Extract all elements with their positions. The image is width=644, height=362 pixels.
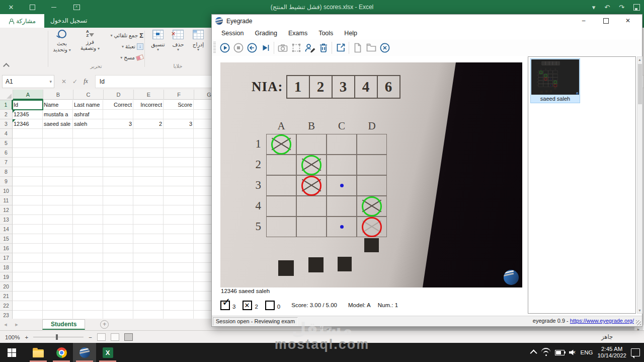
cell-B7[interactable] [43,158,73,167]
cell-D5[interactable] [103,138,133,148]
column-header-D[interactable]: D [104,90,134,100]
cell-A21[interactable] [13,292,43,301]
resize-grip[interactable] [636,320,641,325]
stop-capture-button[interactable] [231,41,245,54]
cell-E2[interactable] [133,110,164,119]
clear-button[interactable]: مسح ▾ [107,52,143,62]
row-header-17[interactable]: 17 [0,253,13,263]
cell-C17[interactable] [73,253,103,263]
cell-F2[interactable] [164,110,194,119]
cell-B21[interactable] [43,292,73,301]
cell-D4[interactable] [103,129,133,138]
row-header-14[interactable]: 14 [0,225,13,234]
tab-prev-button[interactable]: ◂ [0,321,11,328]
row-header-10[interactable]: 10 [0,186,13,196]
cell-A14[interactable] [13,225,43,234]
cell-A6[interactable] [13,148,43,158]
cell-B3[interactable]: saeed sale [43,119,73,129]
cell-B15[interactable] [43,234,73,244]
row-header-2[interactable]: 2 [0,110,13,119]
cell-F13[interactable] [164,215,194,225]
cell-E7[interactable] [133,158,164,167]
discard-exam-button[interactable] [316,41,330,54]
collapse-ribbon-button[interactable] [4,63,9,70]
next-exam-button[interactable] [259,41,272,54]
cell-B14[interactable] [43,225,73,234]
cell-B17[interactable] [43,253,73,263]
cell-D20[interactable] [103,282,133,292]
qat-customize-button[interactable]: ▾ [592,4,596,11]
cell-A20[interactable] [13,282,43,292]
name-box[interactable]: A1▾ [2,75,54,88]
cell-A19[interactable] [13,272,43,282]
cell-C18[interactable] [73,263,103,272]
cell-F14[interactable] [164,225,194,234]
cell-F5[interactable] [164,138,194,148]
share-button[interactable]: مشاركة [0,14,44,28]
enter-button[interactable]: ✓ [72,78,77,85]
column-header-E[interactable]: E [134,90,164,100]
open-session-button[interactable] [364,41,378,54]
cell-F6[interactable] [164,148,194,158]
cell-F3[interactable]: 3 [164,119,194,129]
cell-C8[interactable] [73,167,103,177]
cell-E22[interactable] [133,301,164,311]
cell-D18[interactable] [103,263,133,272]
undo-button[interactable]: ↶ [604,4,610,11]
cell-F15[interactable] [164,234,194,244]
cell-C21[interactable] [73,292,103,301]
row-header-9[interactable]: 9 [0,177,13,186]
zoom-slider[interactable] [33,337,84,337]
previous-exam-button[interactable] [245,41,259,54]
cell-C5[interactable] [73,138,103,148]
cell-F4[interactable] [164,129,194,138]
row-header-19[interactable]: 19 [0,272,13,282]
zoom-slider-thumb[interactable] [56,334,58,340]
cell-D8[interactable] [103,167,133,177]
cell-B12[interactable] [43,205,73,215]
toolbar-handle[interactable] [213,42,216,54]
cell-A9[interactable] [13,177,43,186]
export-grades-button[interactable] [334,41,347,54]
cell-E9[interactable] [133,177,164,186]
cell-E4[interactable] [133,129,164,138]
format-cells-button[interactable]: تنسيق ▾ [145,30,171,52]
column-header-A[interactable]: A [13,90,43,100]
new-sheet-button[interactable]: + [100,320,109,329]
edit-student-id-button[interactable] [303,41,316,54]
cell-E16[interactable] [133,244,164,253]
cell-A10[interactable] [13,186,43,196]
cell-A13[interactable] [13,215,43,225]
scroll-down-icon[interactable]: ▼ [637,308,642,313]
row-header-3[interactable]: 3 [0,119,13,129]
cell-F7[interactable] [164,158,194,167]
cell-B16[interactable] [43,244,73,253]
taskbar-file-explorer[interactable] [27,343,50,362]
cell-B8[interactable] [43,167,73,177]
cell-E1[interactable]: Incorrect [133,100,164,110]
cell-C14[interactable] [73,225,103,234]
cell-A4[interactable] [13,129,43,138]
cell-B1[interactable]: Name [43,100,73,110]
panel-scrollbar[interactable]: ▲ ▼ [637,56,642,314]
exam-thumbnail-item[interactable]: NIA: 12346 ABCD12345 saeed saleh [530,58,580,103]
row-header-6[interactable]: 6 [0,148,13,158]
close-session-button[interactable] [378,41,391,54]
row-header-12[interactable]: 12 [0,205,13,215]
cell-E20[interactable] [133,282,164,292]
cell-E11[interactable] [133,196,164,205]
cell-A1[interactable]: Id [13,100,43,110]
row-header-20[interactable]: 20 [0,282,13,292]
cell-D22[interactable] [103,301,133,311]
cell-A8[interactable] [13,167,43,177]
cell-F17[interactable] [164,253,194,263]
cell-B6[interactable] [43,148,73,158]
menu-exams[interactable]: Exams [283,30,313,37]
cell-E5[interactable] [133,138,164,148]
cell-D2[interactable] [103,110,133,119]
page-break-view-button[interactable] [97,333,106,341]
fill-button[interactable]: ↓ تعبئة ▾ [107,41,143,51]
cell-F12[interactable] [164,205,194,215]
cell-A22[interactable] [13,301,43,311]
panel-scrollbar-thumb[interactable] [638,64,642,104]
